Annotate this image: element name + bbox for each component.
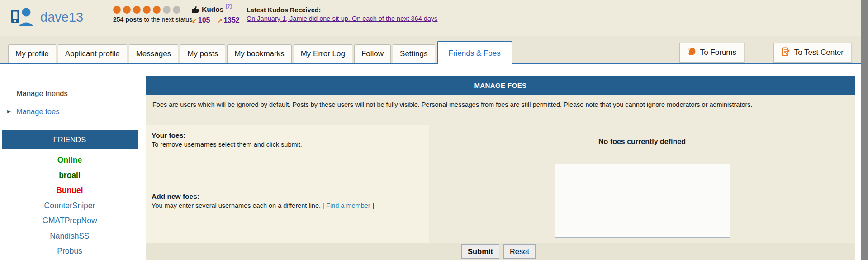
content-area: Manage friends ▶Manage foes FRIENDS Onli… (0, 64, 861, 260)
friends-panel-title: FRIENDS (2, 130, 138, 149)
add-foes-field-cell (429, 158, 855, 243)
status-dot-empty (163, 6, 171, 14)
tab-friends-foes[interactable]: Friends & Foes (437, 41, 512, 64)
friend-link[interactable]: CounterSniper (2, 198, 138, 214)
kudos-block: Kudos [?] ↙105 ↗1352 (192, 5, 240, 24)
avatar-icon (10, 6, 35, 28)
add-foes-label: Add new foes: (152, 193, 199, 200)
vertical-scrollbar[interactable] (861, 0, 868, 260)
your-foes-label: Your foes: (152, 131, 186, 139)
posts-to-next-status: 254 posts to the next status (113, 16, 192, 23)
to-forums-button[interactable]: To Forums (679, 43, 744, 63)
add-foes-textarea[interactable] (555, 164, 730, 238)
your-foes-field-cell: No foes currently defined (429, 125, 855, 158)
friend-link[interactable]: broall (2, 168, 138, 183)
status-dot-empty (173, 6, 180, 14)
form-buttons-row: Submit Reset (146, 243, 855, 260)
kudos-label: Kudos (202, 5, 223, 14)
sidebar-item-manage-friends[interactable]: Manage friends (16, 89, 68, 98)
kudos-help-badge[interactable]: [?] (226, 4, 232, 9)
scrollbar-thumb[interactable] (861, 0, 868, 260)
kudos-received[interactable]: ↙105 (192, 16, 210, 24)
tab-messages[interactable]: Messages (129, 44, 178, 63)
friend-link[interactable]: GMATPrepNow (2, 213, 138, 229)
forum-icon (687, 47, 696, 58)
latest-kudos-block: Latest Kudos Received: On January 1, Jam… (247, 6, 437, 23)
selected-arrow-icon: ▶ (7, 109, 11, 114)
kudos-title: Kudos [?] (192, 5, 240, 15)
status-dot-filled (153, 6, 161, 14)
status-progress-dots (113, 6, 192, 14)
add-foes-label-cell: Add new foes: You may enter several user… (146, 158, 429, 243)
friend-link[interactable]: Probus (2, 244, 138, 259)
tab-my-bookmarks[interactable]: My bookmarks (227, 44, 292, 63)
friend-link[interactable]: Online (2, 153, 138, 168)
arrow-up-right-icon: ↗ (217, 17, 223, 24)
foes-form: Your foes: To remove usernames select th… (146, 125, 855, 243)
username[interactable]: dave13 (40, 10, 83, 25)
submit-button[interactable]: Submit (461, 244, 499, 259)
status-block: 254 posts to the next status (113, 6, 192, 23)
latest-kudos-link[interactable]: On January 1, Jamie did one sit-up. On e… (247, 15, 437, 22)
panel-description: Foes are users which will be ignored by … (146, 95, 855, 125)
friend-link[interactable]: Bunuel (2, 183, 138, 198)
manage-foes-panel: MANAGE FOES Foes are users which will be… (146, 76, 855, 260)
status-dot-filled (143, 6, 151, 14)
test-center-icon (781, 47, 790, 58)
your-foes-label-cell: Your foes: To remove usernames select th… (146, 125, 429, 158)
your-foes-hint: To remove usernames select them and clic… (152, 141, 429, 148)
find-a-member-link[interactable]: Find a member (326, 202, 370, 209)
status-dot-filled (133, 6, 141, 14)
tab-underline (0, 63, 861, 64)
add-foes-hint: You may enter several usernames each on … (152, 202, 425, 209)
tab-strip: My profileApplicant profileMessagesMy po… (0, 36, 861, 64)
kudos-given[interactable]: ↗1352 (217, 16, 239, 24)
user-block: dave13 (10, 6, 83, 28)
tab-applicant-profile[interactable]: Applicant profile (58, 44, 127, 63)
arrow-down-left-icon: ↙ (192, 17, 197, 24)
to-test-center-button[interactable]: To Test Center (773, 43, 851, 63)
no-foes-message: No foes currently defined (598, 138, 686, 146)
sidebar-item-manage-foes[interactable]: ▶Manage foes (16, 107, 59, 116)
reset-button[interactable]: Reset (503, 244, 536, 259)
friends-list: OnlinebroallBunuelCounterSniperGMATPrepN… (2, 153, 138, 259)
latest-kudos-label: Latest Kudos Received: (247, 6, 437, 14)
posts-count: 254 posts (113, 16, 142, 23)
status-dot-filled (123, 6, 131, 14)
to-test-center-label: To Test Center (794, 48, 844, 57)
kudos-counts: ↙105 ↗1352 (192, 16, 240, 24)
tab-settings[interactable]: Settings (393, 44, 435, 63)
tab-my-profile[interactable]: My profile (8, 44, 56, 63)
to-forums-label: To Forums (700, 48, 736, 57)
status-dot-filled (113, 6, 121, 14)
profile-header: dave13 254 posts to the next status Kudo… (0, 0, 861, 36)
tab-follow[interactable]: Follow (354, 44, 391, 63)
friend-link[interactable]: NandishSS (2, 229, 138, 244)
panel-title: MANAGE FOES (146, 76, 855, 95)
thumbs-up-icon (192, 5, 199, 15)
profile-page: dave13 254 posts to the next status Kudo… (0, 0, 868, 260)
tab-my-posts[interactable]: My posts (180, 44, 225, 63)
tab-my-error-log[interactable]: My Error Log (294, 44, 352, 63)
